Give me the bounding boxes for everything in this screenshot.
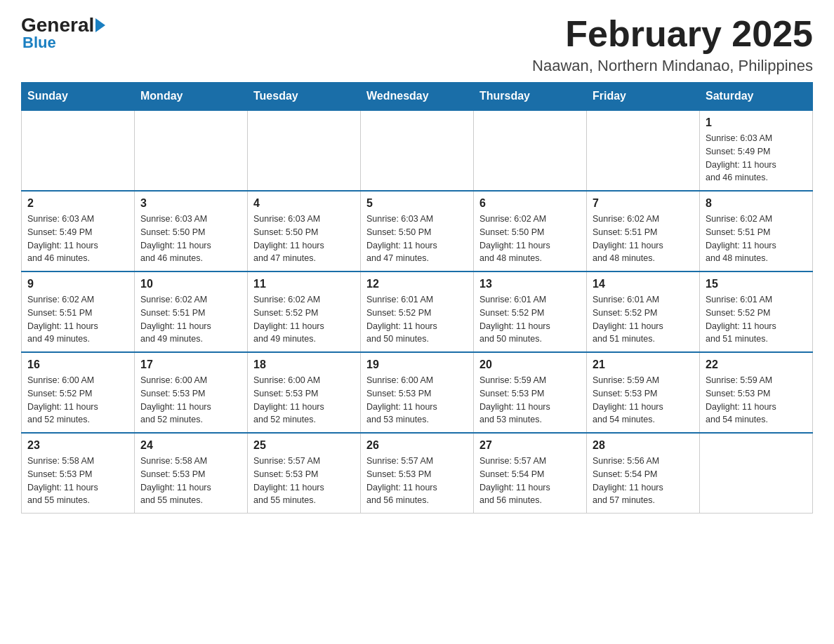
- calendar-cell: [474, 110, 587, 191]
- page-header: General Blue February 2025 Naawan, North…: [21, 14, 813, 75]
- week-row-1: 1Sunrise: 6:03 AM Sunset: 5:49 PM Daylig…: [22, 110, 813, 191]
- logo: General Blue: [21, 14, 104, 52]
- calendar-cell: 8Sunrise: 6:02 AM Sunset: 5:51 PM Daylig…: [700, 191, 813, 271]
- title-block: February 2025 Naawan, Northern Mindanao,…: [532, 14, 813, 75]
- logo-arrow-icon: [95, 18, 105, 32]
- calendar-cell: 16Sunrise: 6:00 AM Sunset: 5:52 PM Dayli…: [22, 352, 135, 433]
- day-info: Sunrise: 5:56 AM Sunset: 5:54 PM Dayligh…: [593, 455, 694, 507]
- day-info: Sunrise: 6:03 AM Sunset: 5:50 PM Dayligh…: [253, 213, 355, 265]
- day-number: 22: [706, 358, 807, 371]
- day-info: Sunrise: 6:00 AM Sunset: 5:53 PM Dayligh…: [253, 374, 355, 427]
- calendar-subtitle: Naawan, Northern Mindanao, Philippines: [532, 57, 813, 75]
- day-info: Sunrise: 6:01 AM Sunset: 5:52 PM Dayligh…: [593, 293, 694, 346]
- calendar-cell: 10Sunrise: 6:02 AM Sunset: 5:51 PM Dayli…: [135, 271, 248, 352]
- day-number: 12: [366, 278, 468, 290]
- day-info: Sunrise: 6:02 AM Sunset: 5:51 PM Dayligh…: [140, 293, 241, 346]
- calendar-cell: 24Sunrise: 5:58 AM Sunset: 5:53 PM Dayli…: [135, 433, 248, 514]
- day-info: Sunrise: 5:57 AM Sunset: 5:54 PM Dayligh…: [479, 455, 581, 507]
- logo-blue: Blue: [22, 34, 56, 52]
- weekday-header-wednesday: Wednesday: [361, 83, 474, 111]
- day-info: Sunrise: 6:02 AM Sunset: 5:51 PM Dayligh…: [706, 213, 807, 265]
- day-number: 14: [593, 278, 694, 290]
- calendar-cell: 3Sunrise: 6:03 AM Sunset: 5:50 PM Daylig…: [135, 191, 248, 271]
- calendar-cell: 17Sunrise: 6:00 AM Sunset: 5:53 PM Dayli…: [135, 352, 248, 433]
- day-info: Sunrise: 5:59 AM Sunset: 5:53 PM Dayligh…: [479, 374, 581, 427]
- day-info: Sunrise: 5:59 AM Sunset: 5:53 PM Dayligh…: [706, 374, 807, 427]
- calendar-cell: 7Sunrise: 6:02 AM Sunset: 5:51 PM Daylig…: [587, 191, 700, 271]
- day-info: Sunrise: 5:58 AM Sunset: 5:53 PM Dayligh…: [140, 455, 241, 507]
- day-info: Sunrise: 6:03 AM Sunset: 5:50 PM Dayligh…: [140, 213, 241, 265]
- day-info: Sunrise: 6:01 AM Sunset: 5:52 PM Dayligh…: [706, 293, 807, 346]
- day-number: 7: [593, 197, 694, 210]
- calendar-cell: 18Sunrise: 6:00 AM Sunset: 5:53 PM Dayli…: [248, 352, 361, 433]
- day-number: 10: [140, 278, 241, 290]
- day-number: 9: [27, 278, 128, 290]
- calendar-cell: 21Sunrise: 5:59 AM Sunset: 5:53 PM Dayli…: [587, 352, 700, 433]
- day-number: 16: [27, 358, 128, 371]
- calendar-cell: [22, 110, 135, 191]
- day-info: Sunrise: 6:00 AM Sunset: 5:53 PM Dayligh…: [366, 374, 468, 427]
- calendar-cell: 13Sunrise: 6:01 AM Sunset: 5:52 PM Dayli…: [474, 271, 587, 352]
- weekday-header-tuesday: Tuesday: [248, 83, 361, 111]
- day-number: 4: [253, 197, 355, 210]
- week-row-5: 23Sunrise: 5:58 AM Sunset: 5:53 PM Dayli…: [22, 433, 813, 514]
- calendar-cell: 6Sunrise: 6:02 AM Sunset: 5:50 PM Daylig…: [474, 191, 587, 271]
- day-number: 3: [140, 197, 241, 210]
- week-row-3: 9Sunrise: 6:02 AM Sunset: 5:51 PM Daylig…: [22, 271, 813, 352]
- day-number: 23: [27, 439, 128, 452]
- day-number: 5: [366, 197, 468, 210]
- day-number: 18: [253, 358, 355, 371]
- calendar-cell: 26Sunrise: 5:57 AM Sunset: 5:53 PM Dayli…: [361, 433, 474, 514]
- calendar-cell: 15Sunrise: 6:01 AM Sunset: 5:52 PM Dayli…: [700, 271, 813, 352]
- day-number: 24: [140, 439, 241, 452]
- calendar-cell: 27Sunrise: 5:57 AM Sunset: 5:54 PM Dayli…: [474, 433, 587, 514]
- day-number: 19: [366, 358, 468, 371]
- calendar-cell: 1Sunrise: 6:03 AM Sunset: 5:49 PM Daylig…: [700, 110, 813, 191]
- day-info: Sunrise: 6:02 AM Sunset: 5:51 PM Dayligh…: [27, 293, 128, 346]
- day-info: Sunrise: 6:02 AM Sunset: 5:50 PM Dayligh…: [479, 213, 581, 265]
- day-info: Sunrise: 6:03 AM Sunset: 5:49 PM Dayligh…: [706, 132, 807, 185]
- calendar-cell: [361, 110, 474, 191]
- day-number: 2: [27, 197, 128, 210]
- day-number: 15: [706, 278, 807, 290]
- calendar-cell: 20Sunrise: 5:59 AM Sunset: 5:53 PM Dayli…: [474, 352, 587, 433]
- calendar-cell: 9Sunrise: 6:02 AM Sunset: 5:51 PM Daylig…: [22, 271, 135, 352]
- calendar-cell: 4Sunrise: 6:03 AM Sunset: 5:50 PM Daylig…: [248, 191, 361, 271]
- day-number: 21: [593, 358, 694, 371]
- weekday-header-row: SundayMondayTuesdayWednesdayThursdayFrid…: [22, 83, 813, 111]
- weekday-header-friday: Friday: [587, 83, 700, 111]
- calendar-cell: [248, 110, 361, 191]
- day-info: Sunrise: 6:01 AM Sunset: 5:52 PM Dayligh…: [366, 293, 468, 346]
- day-info: Sunrise: 6:00 AM Sunset: 5:53 PM Dayligh…: [140, 374, 241, 427]
- calendar-title: February 2025: [532, 14, 813, 54]
- day-info: Sunrise: 6:00 AM Sunset: 5:52 PM Dayligh…: [27, 374, 128, 427]
- calendar-cell: 25Sunrise: 5:57 AM Sunset: 5:53 PM Dayli…: [248, 433, 361, 514]
- day-number: 20: [479, 358, 581, 371]
- day-number: 27: [479, 439, 581, 452]
- calendar-table: SundayMondayTuesdayWednesdayThursdayFrid…: [21, 82, 813, 514]
- day-info: Sunrise: 5:57 AM Sunset: 5:53 PM Dayligh…: [366, 455, 468, 507]
- calendar-cell: 19Sunrise: 6:00 AM Sunset: 5:53 PM Dayli…: [361, 352, 474, 433]
- day-info: Sunrise: 6:03 AM Sunset: 5:49 PM Dayligh…: [27, 213, 128, 265]
- day-number: 11: [253, 278, 355, 290]
- day-info: Sunrise: 5:58 AM Sunset: 5:53 PM Dayligh…: [27, 455, 128, 507]
- calendar-cell: 28Sunrise: 5:56 AM Sunset: 5:54 PM Dayli…: [587, 433, 700, 514]
- weekday-header-monday: Monday: [135, 83, 248, 111]
- calendar-cell: 12Sunrise: 6:01 AM Sunset: 5:52 PM Dayli…: [361, 271, 474, 352]
- day-info: Sunrise: 6:03 AM Sunset: 5:50 PM Dayligh…: [366, 213, 468, 265]
- day-number: 1: [706, 116, 807, 129]
- calendar-cell: 22Sunrise: 5:59 AM Sunset: 5:53 PM Dayli…: [700, 352, 813, 433]
- day-info: Sunrise: 5:59 AM Sunset: 5:53 PM Dayligh…: [593, 374, 694, 427]
- calendar-cell: 5Sunrise: 6:03 AM Sunset: 5:50 PM Daylig…: [361, 191, 474, 271]
- day-number: 6: [479, 197, 581, 210]
- day-number: 28: [593, 439, 694, 452]
- day-info: Sunrise: 6:02 AM Sunset: 5:51 PM Dayligh…: [593, 213, 694, 265]
- calendar-cell: 14Sunrise: 6:01 AM Sunset: 5:52 PM Dayli…: [587, 271, 700, 352]
- day-info: Sunrise: 6:01 AM Sunset: 5:52 PM Dayligh…: [479, 293, 581, 346]
- calendar-cell: [135, 110, 248, 191]
- calendar-cell: [587, 110, 700, 191]
- day-number: 26: [366, 439, 468, 452]
- day-number: 13: [479, 278, 581, 290]
- day-number: 8: [706, 197, 807, 210]
- week-row-2: 2Sunrise: 6:03 AM Sunset: 5:49 PM Daylig…: [22, 191, 813, 271]
